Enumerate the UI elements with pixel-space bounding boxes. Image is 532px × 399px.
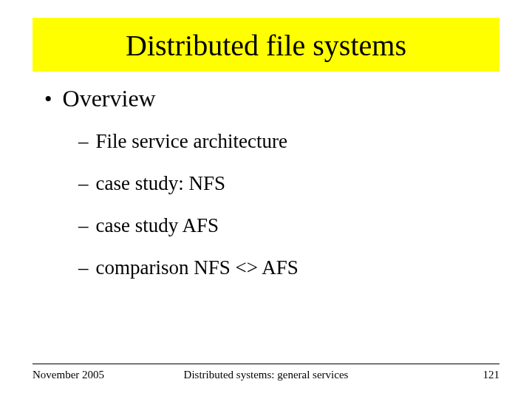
sub-item: – comparison NFS <> AFS [78, 256, 488, 279]
sub-list: – File service architecture – case study… [44, 130, 488, 279]
slide-title: Distributed file systems [33, 28, 499, 63]
sub-item: – case study AFS [78, 214, 488, 237]
title-bar: Distributed file systems [33, 18, 499, 72]
bullet-label: Overview [63, 85, 156, 112]
sub-marker: – [78, 172, 89, 195]
sub-label: case study AFS [96, 214, 219, 237]
slide-content: • Overview – File service architecture –… [0, 72, 532, 279]
footer-page-number: 121 [483, 369, 500, 381]
sub-label: case study: NFS [96, 172, 226, 195]
slide-footer: November 2005 Distributed systems: gener… [33, 364, 499, 381]
sub-item: – case study: NFS [78, 172, 488, 195]
footer-title: Distributed systems: general services [184, 369, 349, 381]
sub-marker: – [78, 214, 89, 237]
footer-date: November 2005 [33, 369, 104, 381]
sub-marker: – [78, 130, 89, 153]
sub-label: comparison NFS <> AFS [96, 256, 299, 279]
bullet-marker: • [44, 88, 52, 110]
sub-item: – File service architecture [78, 130, 488, 153]
sub-label: File service architecture [96, 130, 287, 153]
sub-marker: – [78, 256, 89, 279]
bullet-item: • Overview [44, 85, 488, 112]
